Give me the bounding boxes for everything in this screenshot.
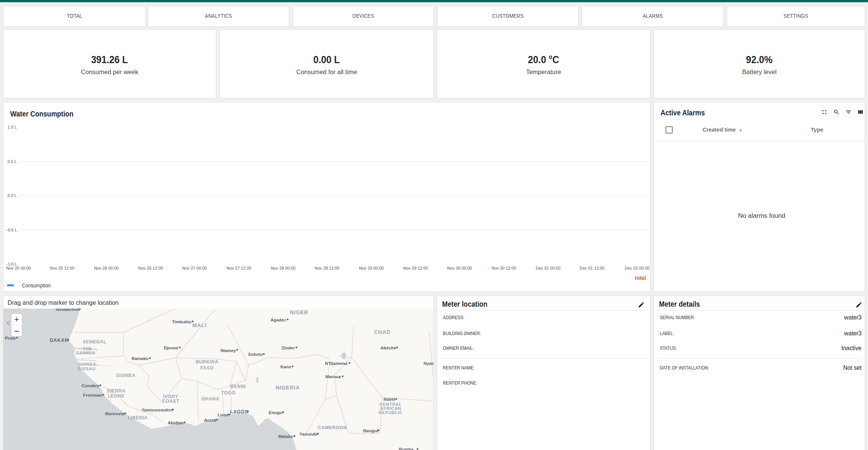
svg-text:DAKAR: DAKAR [50,338,68,343]
svg-text:CHAD: CHAD [374,329,391,335]
svg-text:TOGO: TOGO [221,390,235,396]
svg-text:CAMEROON: CAMEROON [318,425,347,430]
svg-text:Lomé: Lomé [218,413,229,417]
svg-text:BENIN: BENIN [231,384,246,389]
svg-text:Ndélé: Ndélé [383,397,395,402]
svg-text:Nouakchott: Nouakchott [56,309,79,312]
svg-text:LAGOS: LAGOS [230,409,248,414]
svg-text:SENEGAL: SENEGAL [83,339,107,344]
svg-text:Malabo: Malabo [278,434,293,439]
svg-text:Nyala: Nyala [424,361,433,366]
svg-text:Agadez: Agadez [271,318,286,322]
svg-text:NIGER: NIGER [290,309,308,315]
svg-text:Kano: Kano [281,365,291,369]
svg-text:Yamoussoukro: Yamoussoukro [142,408,173,412]
svg-text:BISSAU: BISSAU [78,366,96,371]
svg-text:Monrovia: Monrovia [105,411,125,416]
svg-text:Bumba: Bumba [399,447,414,450]
svg-text:Freetown: Freetown [83,393,102,397]
svg-text:Bamako: Bamako [132,356,149,361]
svg-text:LEONE: LEONE [108,393,125,399]
svg-text:Abéché: Abéché [380,346,396,350]
svg-text:Timbuktu: Timbuktu [172,320,192,324]
svg-text:GUINEA-: GUINEA- [78,362,98,366]
svg-text:Conakry: Conakry [82,383,100,388]
svg-text:SIERRA: SIERRA [107,388,126,394]
svg-text:Niamey: Niamey [221,348,237,353]
svg-text:Bangui: Bangui [363,428,378,433]
svg-text:Maroua: Maroua [326,374,341,379]
svg-text:COAST: COAST [162,399,179,404]
svg-text:NIGERIA: NIGERIA [276,385,300,391]
svg-text:Abidjan: Abidjan [168,421,184,425]
svg-text:Sokoto: Sokoto [248,352,263,357]
svg-text:LIBERIA: LIBERIA [128,415,148,421]
svg-text:GUINEA: GUINEA [117,373,136,378]
svg-text:Djenné: Djenné [164,346,178,350]
svg-text:Accra: Accra [204,418,217,422]
svg-text:MALI: MALI [192,322,206,328]
svg-text:GAMBIA: GAMBIA [76,351,95,355]
svg-text:Yaoundé: Yaoundé [299,432,318,436]
svg-text:FASO: FASO [200,365,213,371]
svg-text:REPUBLIC: REPUBLIC [379,410,403,415]
svg-text:Zinder: Zinder [281,346,295,350]
svg-text:Enugu: Enugu [269,410,282,415]
svg-text:GHANA: GHANA [201,396,220,402]
svg-text:BURKINA: BURKINA [196,359,218,365]
svg-text:N'Djamena: N'Djamena [325,361,348,366]
